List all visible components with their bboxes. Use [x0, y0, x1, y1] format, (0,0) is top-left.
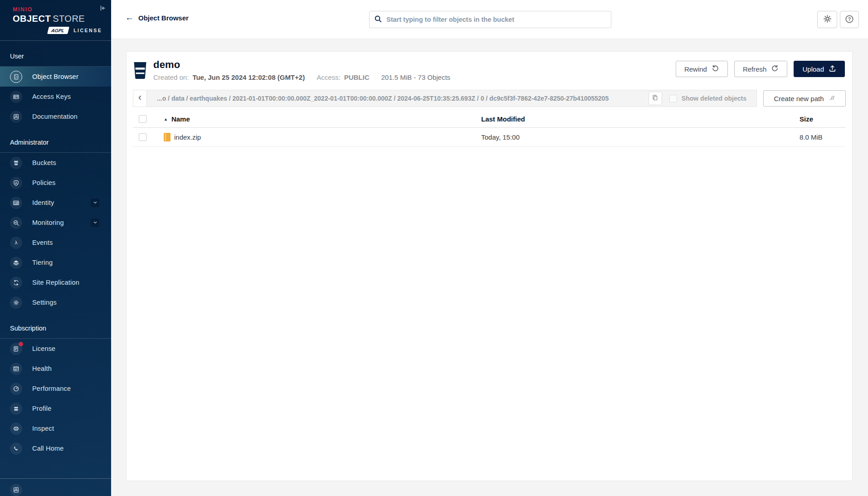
sidebar-item-access-keys[interactable]: Access Keys	[0, 87, 111, 107]
sidebar-item-settings[interactable]: Settings	[0, 292, 111, 312]
sidebar-section-user: UserObject BrowserAccess KeysDocumentati…	[0, 53, 111, 126]
table-row[interactable]: index.zipToday, 15:008.0 MiB	[133, 128, 846, 147]
objects-table: ▲ Name Last Modified Size index.zipToday…	[133, 111, 846, 147]
license-icon	[10, 343, 22, 355]
sidebar-item-site-replication[interactable]: Site Replication	[0, 272, 111, 292]
created-value: Tue, Jun 25 2024 12:02:08 (GMT+2)	[192, 73, 305, 81]
refresh-button[interactable]: Refresh	[734, 61, 788, 77]
select-all-checkbox[interactable]	[139, 115, 146, 123]
bucket-meta: Created on: Tue, Jun 25 2024 12:02:08 (G…	[153, 73, 450, 81]
buckets-icon	[10, 157, 22, 169]
call-home-icon	[10, 443, 22, 455]
sidebar-item-label: Site Replication	[32, 279, 79, 286]
search-input[interactable]	[386, 16, 606, 23]
search-box	[369, 11, 611, 28]
breadcrumb[interactable]: ...o / data / earthquakes / 2021-01-01T0…	[157, 95, 643, 102]
upload-icon	[829, 64, 836, 73]
path-back-button[interactable]: ‹	[133, 90, 146, 107]
refresh-icon	[771, 64, 779, 73]
sidebar-item-identity[interactable]: Identity	[0, 193, 111, 213]
product-name: OBJECTSTORE	[13, 14, 111, 24]
health-icon	[10, 363, 22, 375]
sidebar-item-monitoring[interactable]: Monitoring	[0, 213, 111, 233]
zip-file-icon	[164, 133, 171, 141]
inspect-icon	[10, 423, 22, 435]
sidebar-item-policies[interactable]: Policies	[0, 173, 111, 193]
column-header-name[interactable]: Name	[171, 115, 190, 123]
table-header: ▲ Name Last Modified Size	[133, 111, 846, 128]
object-name[interactable]: index.zip	[174, 133, 201, 141]
back-button[interactable]: ←	[125, 13, 134, 22]
minio-logo: MINIO OBJECTSTORE AGPL LICENSE	[0, 0, 111, 34]
show-deleted-checkbox[interactable]	[669, 95, 677, 102]
sidebar-item-label: Policies	[32, 179, 56, 186]
table-body: index.zipToday, 15:008.0 MiB	[133, 128, 846, 147]
column-header-modified[interactable]: Last Modified	[481, 115, 800, 123]
sidebar-item-license[interactable]: License	[0, 339, 111, 359]
sidebar-item-profile[interactable]: Profile	[0, 399, 111, 418]
sidebar-item-label: Health	[32, 365, 52, 372]
profile-icon	[10, 403, 22, 415]
sidebar-item-performance[interactable]: Performance	[0, 379, 111, 399]
chevron-down-icon[interactable]	[91, 219, 99, 227]
sidebar-item-buckets[interactable]: Buckets	[0, 153, 111, 173]
sidebar-item-health[interactable]: Health	[0, 359, 111, 379]
section-label: Administrator	[0, 139, 111, 152]
access-keys-icon	[10, 91, 22, 103]
bucket-panel: demo Created on: Tue, Jun 25 2024 12:02:…	[126, 51, 853, 481]
sidebar-item-label: Object Browser	[32, 73, 78, 80]
sidebar-item-tiering[interactable]: Tiering	[0, 253, 111, 272]
sidebar-nav: UserObject BrowserAccess KeysDocumentati…	[0, 53, 111, 458]
refresh-label: Refresh	[743, 65, 767, 73]
page-title: Object Browser	[138, 14, 189, 22]
identity-icon	[10, 197, 22, 209]
sidebar-section-administrator: AdministratorBucketsPoliciesIdentityMoni…	[0, 139, 111, 312]
column-header-size[interactable]: Size	[800, 115, 846, 123]
row-checkbox[interactable]	[139, 133, 146, 141]
sidebar-item-label: Monitoring	[32, 219, 64, 226]
search-icon	[374, 15, 382, 24]
create-path-label: Create new path	[774, 95, 824, 102]
sidebar-item-label: Access Keys	[32, 93, 71, 100]
sidebar-item-call-home[interactable]: Call Home	[0, 438, 111, 458]
upload-button[interactable]: Upload	[794, 61, 845, 77]
bucket-info: demo Created on: Tue, Jun 25 2024 12:02:…	[153, 59, 450, 81]
sidebar-section-subscription: SubscriptionLicenseHealthPerformanceProf…	[0, 325, 111, 458]
sidebar-bottom-icon[interactable]	[10, 484, 22, 496]
sidebar-item-inspect[interactable]: Inspect	[0, 418, 111, 438]
section-label: Subscription	[0, 325, 111, 338]
create-path-button[interactable]: Create new path	[763, 90, 846, 107]
agpl-badge: AGPL	[47, 27, 69, 34]
svg-text:?: ?	[848, 16, 851, 21]
chevron-down-icon[interactable]	[91, 199, 99, 207]
copy-icon	[652, 94, 658, 102]
policies-icon	[10, 177, 22, 189]
sidebar-item-label: Settings	[32, 299, 57, 306]
performance-icon	[10, 383, 22, 395]
back-arrow-icon: ←	[125, 13, 134, 22]
copy-path-button[interactable]	[649, 92, 662, 105]
help-icon: ?	[845, 15, 854, 25]
rewind-button[interactable]: Rewind	[676, 61, 728, 77]
created-label: Created on:	[153, 73, 189, 81]
rewind-icon	[712, 64, 719, 73]
sidebar-item-events[interactable]: λEvents	[0, 233, 111, 253]
bucket-icon	[133, 62, 147, 82]
minio-wordmark: MINIO	[13, 6, 111, 13]
sort-asc-icon[interactable]: ▲	[164, 117, 168, 122]
events-icon: λ	[10, 237, 22, 249]
collapse-sidebar-icon[interactable]	[98, 4, 107, 14]
rewind-label: Rewind	[684, 65, 707, 73]
access-label: Access:	[317, 73, 341, 81]
sidebar-item-documentation[interactable]: Documentation	[0, 107, 111, 126]
tiering-icon	[10, 257, 22, 269]
settings-button[interactable]	[817, 11, 837, 28]
sidebar-item-label: Events	[32, 239, 53, 246]
access-value: PUBLIC	[344, 73, 370, 81]
sidebar-item-object-browser[interactable]: Object Browser	[0, 67, 111, 87]
bucket-title: demo	[153, 59, 450, 71]
sidebar-item-label: License	[32, 345, 55, 352]
settings-icon	[10, 297, 22, 309]
object-size: 8.0 MiB	[800, 133, 846, 141]
help-button[interactable]: ?	[840, 11, 859, 28]
